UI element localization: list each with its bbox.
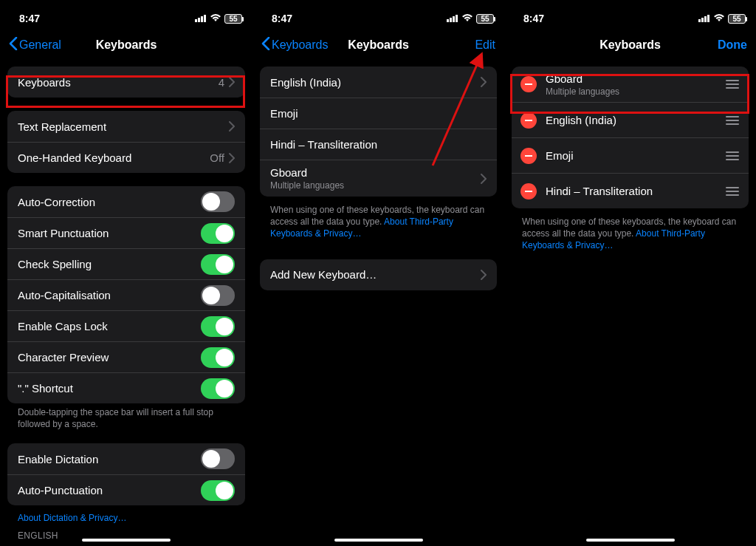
keyboard-item-emoji[interactable]: Emoji xyxy=(260,98,497,129)
dictation-row[interactable]: Enable Dictation xyxy=(7,443,245,474)
caps-lock-toggle[interactable] xyxy=(201,316,235,337)
smart-punctuation-row[interactable]: Smart Punctuation xyxy=(7,217,245,248)
edit-item-english[interactable]: English (India) xyxy=(512,102,749,137)
chevron-right-icon xyxy=(481,77,487,87)
keyboard-item-english[interactable]: English (India) xyxy=(260,66,497,98)
phone-3: 8:47 55 Keyboards Done Gboard Multiple l… xyxy=(504,0,756,546)
dictation-privacy-link[interactable]: About Dictation & Privacy… xyxy=(7,508,245,528)
home-indicator[interactable] xyxy=(82,539,171,542)
keyboard-label: English (India) xyxy=(270,76,481,89)
edit-button[interactable]: Edit xyxy=(475,38,495,52)
phone-2: 8:47 55 Keyboards Keyboards Edit English… xyxy=(252,0,504,546)
status-right: 55 xyxy=(447,13,494,24)
svg-rect-9 xyxy=(698,19,701,22)
edit-item-gboard[interactable]: Gboard Multiple languages xyxy=(512,66,749,102)
add-keyboard-label: Add New Keyboard… xyxy=(270,268,481,281)
auto-correction-toggle[interactable] xyxy=(201,191,235,212)
auto-cap-row[interactable]: Auto-Capitalisation xyxy=(7,279,245,310)
char-preview-label: Character Preview xyxy=(18,351,201,364)
delete-icon[interactable] xyxy=(520,183,537,199)
wifi-icon xyxy=(461,13,473,24)
battery-icon: 55 xyxy=(224,14,242,24)
typing-toggles-group: Auto-Correction Smart Punctuation Check … xyxy=(7,186,245,403)
check-spelling-row[interactable]: Check Spelling xyxy=(7,248,245,279)
battery-icon: 55 xyxy=(728,14,746,24)
status-right: 55 xyxy=(195,13,242,24)
privacy-note: When using one of these keyboards, the k… xyxy=(512,213,749,258)
keyboard-item-gboard[interactable]: Gboard Multiple languages xyxy=(260,160,497,197)
keyboard-label: Hindi – Transliteration xyxy=(270,138,487,151)
delete-icon[interactable] xyxy=(520,112,537,129)
cellular-icon xyxy=(195,13,207,24)
auto-cap-label: Auto-Capitalisation xyxy=(18,289,201,301)
keyboard-label: Emoji xyxy=(270,107,487,120)
keyboard-sublabel: Multiple languages xyxy=(270,180,344,191)
auto-correction-row[interactable]: Auto-Correction xyxy=(7,186,245,217)
add-keyboard-row[interactable]: Add New Keyboard… xyxy=(260,259,497,290)
keyboard-item-hindi[interactable]: Hindi – Transliteration xyxy=(260,129,497,160)
auto-punct-row[interactable]: Auto-Punctuation xyxy=(7,474,245,505)
cellular-icon xyxy=(447,13,458,24)
status-bar: 8:47 55 xyxy=(252,0,504,30)
reorder-handle[interactable] xyxy=(725,116,740,125)
check-spelling-label: Check Spelling xyxy=(18,258,201,270)
edit-item-hindi[interactable]: Hindi – Transliteration xyxy=(512,173,749,208)
status-right: 55 xyxy=(698,13,746,24)
auto-punct-toggle[interactable] xyxy=(201,480,235,501)
svg-rect-2 xyxy=(201,16,203,22)
keyboards-count: 4 xyxy=(219,76,224,89)
keyboard-edit-list: Gboard Multiple languages English (India… xyxy=(512,66,749,208)
shortcut-row[interactable]: "." Shortcut xyxy=(7,372,245,403)
shortcut-hint: Double-tapping the space bar will insert… xyxy=(7,406,245,433)
edit-item-emoji[interactable]: Emoji xyxy=(512,137,749,173)
back-label: Keyboards xyxy=(272,38,329,52)
text-replacement-row[interactable]: Text Replacement xyxy=(7,111,245,142)
svg-rect-10 xyxy=(701,18,704,22)
page-title: Keyboards xyxy=(599,38,661,52)
chevron-left-icon xyxy=(9,37,18,53)
dictation-label: Enable Dictation xyxy=(18,453,201,465)
chevron-right-icon xyxy=(481,270,487,280)
one-handed-value: Off xyxy=(210,151,224,164)
back-button[interactable]: Keyboards xyxy=(261,37,329,53)
one-handed-row[interactable]: One-Handed Keyboard Off xyxy=(7,142,245,173)
keyboard-label: English (India) xyxy=(546,114,725,126)
reorder-handle[interactable] xyxy=(725,187,740,196)
caps-lock-row[interactable]: Enable Caps Lock xyxy=(7,310,245,341)
reorder-handle[interactable] xyxy=(725,151,740,160)
status-bar: 8:47 55 xyxy=(0,0,252,30)
page-title: Keyboards xyxy=(348,38,409,52)
svg-rect-3 xyxy=(204,15,206,22)
back-button[interactable]: General xyxy=(9,37,61,53)
chevron-right-icon xyxy=(229,153,235,163)
content: Gboard Multiple languages English (India… xyxy=(504,61,756,258)
keyboards-label: Keyboards xyxy=(18,76,219,89)
delete-icon[interactable] xyxy=(520,76,537,92)
keyboard-label: Emoji xyxy=(546,149,725,162)
svg-rect-0 xyxy=(195,19,197,22)
chevron-right-icon xyxy=(229,121,235,132)
dictation-toggle[interactable] xyxy=(201,448,235,469)
phone-1: 8:47 55 General Keyboards Keyboards 4 xyxy=(0,0,252,546)
shortcut-toggle[interactable] xyxy=(201,378,235,399)
char-preview-row[interactable]: Character Preview xyxy=(7,341,245,372)
delete-icon[interactable] xyxy=(520,148,537,164)
char-preview-toggle[interactable] xyxy=(201,347,235,368)
home-indicator[interactable] xyxy=(586,539,675,542)
reorder-handle[interactable] xyxy=(725,80,740,89)
svg-rect-7 xyxy=(456,15,458,22)
home-indicator[interactable] xyxy=(334,539,423,542)
check-spelling-toggle[interactable] xyxy=(201,254,235,275)
add-keyboard-group: Add New Keyboard… xyxy=(260,259,497,290)
status-bar: 8:47 55 xyxy=(504,0,756,30)
smart-punctuation-toggle[interactable] xyxy=(201,223,235,244)
status-time: 8:47 xyxy=(19,13,40,24)
keyboards-row[interactable]: Keyboards 4 xyxy=(7,66,245,98)
auto-cap-toggle[interactable] xyxy=(201,285,235,306)
nav-bar: General Keyboards xyxy=(0,30,252,61)
done-button[interactable]: Done xyxy=(718,38,747,52)
keyboard-label: Gboard xyxy=(270,166,307,179)
svg-rect-11 xyxy=(704,16,707,22)
svg-rect-1 xyxy=(198,18,200,22)
svg-rect-6 xyxy=(453,16,455,22)
